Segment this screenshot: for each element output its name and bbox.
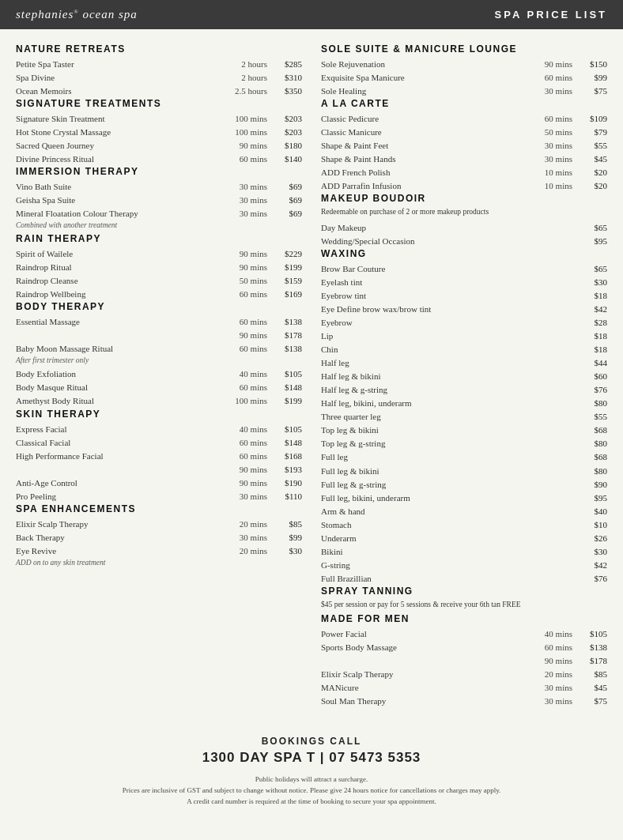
service-price: $18 [577,330,607,343]
service-row: Essential Massage60 mins$138 [16,315,302,329]
service-duration: 10 mins [523,166,577,179]
service-price: $18 [577,343,607,356]
service-row: Exquisite Spa Manicure60 mins$99 [321,71,607,85]
service-name: Mineral Floatation Colour Therapy [16,207,218,220]
service-row: Underarm$26 [321,532,607,545]
service-row: Body Masque Ritual60 mins$148 [16,381,302,394]
header: stephanies® ocean spa SPA PRICE LIST [0,0,623,29]
section-nature-retreats: NATURE RETREATSPetite Spa Taster2 hours$… [16,43,302,98]
service-duration: 2 hours [218,58,272,71]
service-row: Half leg, bikini, underarm$80 [321,397,607,410]
service-price: $199 [272,394,302,408]
section-waxing: WAXINGBrow Bar Couture$65Eyelash tint$30… [321,248,607,586]
service-row: Wedding/Special Occasion$95 [321,235,607,248]
service-price: $229 [272,247,302,261]
service-row: Hot Stone Crystal Massage100 mins$203 [16,126,302,139]
service-row: Shape & Paint Feet30 mins$55 [321,139,607,153]
service-duration: 30 mins [523,139,577,153]
service-price: $42 [577,303,607,316]
service-duration: 20 mins [218,544,272,558]
service-name: Shape & Paint Feet [321,139,523,153]
service-row: Full leg & bikini$80 [321,465,607,478]
disclaimer-line: A credit card number is required at the … [16,796,607,807]
service-price: $30 [577,276,607,289]
service-duration: 30 mins [523,695,577,708]
service-name: Brow Bar Couture [321,262,577,276]
service-row: Sole Healing30 mins$75 [321,85,607,98]
service-name: Body Exfoliation [16,367,218,381]
service-row: Classic Pedicure60 mins$109 [321,112,607,126]
service-name: Petite Spa Taster [16,58,218,71]
service-duration: 100 mins [218,126,272,139]
service-name: Raindrop Cleanse [16,274,218,288]
service-row: Three quarter leg$55 [321,410,607,424]
service-name: Shape & Paint Hands [321,153,523,166]
service-row: G-string$42 [321,559,607,572]
service-price: $10 [577,518,607,532]
service-price: $45 [577,153,607,166]
service-price: $20 [577,179,607,193]
service-duration: 60 mins [218,450,272,463]
service-price: $85 [272,518,302,531]
section-note: $45 per session or pay for 5 sessions & … [321,600,607,610]
service-row: Eyebrow$28 [321,316,607,330]
service-duration: 2 hours [218,71,272,85]
service-duration: 30 mins [523,85,577,98]
service-name: Underarm [321,532,577,545]
service-row: Chin$18 [321,343,607,356]
service-name: Eye Revive [16,544,218,558]
service-price: $350 [272,85,302,98]
service-row: Stomach$10 [321,518,607,532]
service-name: Half leg & g-string [321,383,577,397]
footer: BOOKINGS CALL 1300 DAY SPA T | 07 5473 5… [0,721,623,820]
section-title: A LA CARTE [321,98,607,109]
section-note: ADD on to any skin treatment [16,558,302,568]
service-row: Amethyst Body Ritual100 mins$199 [16,394,302,408]
service-row: Eye Revive20 mins$30 [16,544,302,558]
service-row: 90 mins$193 [16,463,302,477]
service-name: Bikini [321,545,577,559]
service-name: Eyebrow [321,316,577,330]
service-name: Baby Moon Massage Ritual [16,342,218,356]
service-duration: 30 mins [523,153,577,166]
service-price: $148 [272,381,302,394]
service-row: Soul Man Therapy30 mins$75 [321,695,607,708]
service-name: Sacred Queen Journey [16,139,218,153]
service-price: $138 [577,641,607,654]
service-name: Full leg, bikini, underarm [321,492,577,505]
service-row: Eye Define brow wax/brow tint$42 [321,303,607,316]
service-duration: 60 mins [218,436,272,450]
service-duration: 10 mins [523,179,577,193]
service-row: Shape & Paint Hands30 mins$45 [321,153,607,166]
service-price: $60 [577,370,607,383]
service-duration: 60 mins [523,641,577,654]
section-title: RAIN THERAPY [16,233,302,244]
service-row: High Performance Facial60 mins$168 [16,450,302,463]
service-name: Eyebrow tint [321,289,577,303]
section-title: NATURE RETREATS [16,43,302,55]
service-price: $30 [272,544,302,558]
service-row: Classical Facial60 mins$148 [16,436,302,450]
service-name: Pro Peeling [16,490,218,503]
service-row: Day Makeup$65 [321,221,607,235]
service-name: G-string [321,559,577,572]
service-name: Day Makeup [321,221,577,235]
service-price: $190 [272,477,302,490]
service-name: ADD Parrafin Infusion [321,179,523,193]
service-price: $193 [272,463,302,477]
service-row: Back Therapy30 mins$99 [16,531,302,544]
service-name: Power Facial [321,627,523,641]
service-name: Ocean Memoirs [16,85,218,98]
service-row: Petite Spa Taster2 hours$285 [16,58,302,71]
service-duration: 50 mins [218,274,272,288]
service-row: Mineral Floatation Colour Therapy30 mins… [16,207,302,220]
right-column: SOLE SUITE & MANICURE LOUNGESole Rejuven… [321,43,607,709]
service-duration: 90 mins [218,329,272,342]
service-name: Exquisite Spa Manicure [321,71,523,85]
service-row: Top leg & g-string$80 [321,437,607,450]
service-name: Stomach [321,518,577,532]
service-row: Bikini$30 [321,545,607,559]
service-price: $285 [272,58,302,71]
service-row: Power Facial40 mins$105 [321,627,607,641]
service-name: Lip [321,330,577,343]
